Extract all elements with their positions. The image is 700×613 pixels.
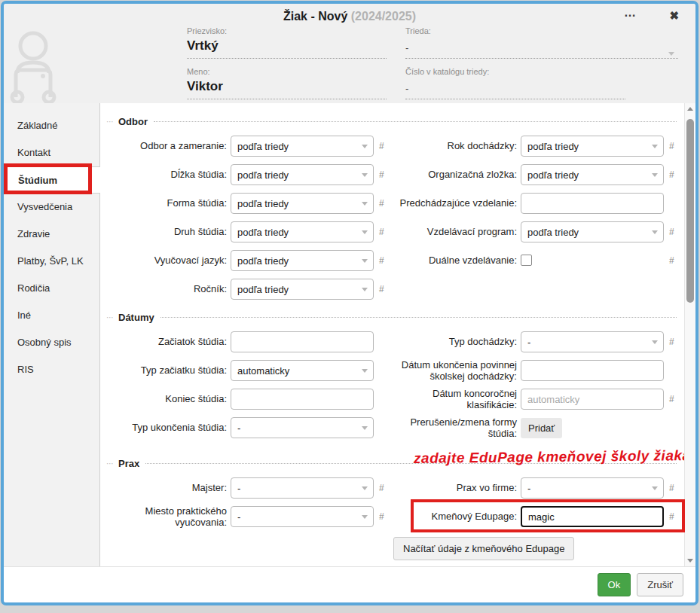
kmenovy-edupage-input[interactable] [521, 506, 664, 527]
vyucovaci-jazyk-label: Vyučovací jazyk: [100, 255, 227, 266]
katalog-cislo-input[interactable]: - [405, 83, 625, 96]
datum-koncorocnej-input[interactable] [521, 389, 664, 410]
select-value: podľa triedy [237, 141, 289, 152]
sidebar-item-platby-svp-lk[interactable]: Platby, ŠvP, LK [4, 248, 99, 275]
section-divider [154, 121, 677, 122]
section-header-datumy: ⋯ Dátumy [106, 310, 677, 325]
dlzka-studia-select[interactable]: podľa triedy [231, 164, 374, 185]
scroll-up-icon[interactable] [687, 107, 693, 111]
meno-input[interactable]: Viktor [187, 79, 387, 96]
form-row: Typ ukončenia štúdia: - Prerušenie/zmena… [100, 413, 684, 442]
hash-icon[interactable]: # [379, 511, 384, 522]
sidebar-item-osobny-spis[interactable]: Osobný spis [4, 329, 99, 356]
form-row: Ročník: podľa triedy # [100, 275, 684, 303]
chevron-down-icon [362, 426, 368, 430]
section-divider [160, 317, 677, 318]
sidebar-item-studium[interactable]: Štúdium [4, 166, 100, 194]
sidebar-item-zakladne[interactable]: Základné [4, 112, 99, 139]
dialog-footer: Ok Zrušiť [4, 566, 695, 602]
school-year: (2024/2025) [351, 10, 416, 23]
vyucovaci-jazyk-select[interactable]: podľa triedy [231, 250, 374, 271]
sidebar-item-zdravie[interactable]: Zdravie [4, 221, 99, 248]
typ-ukoncenia-studia-select[interactable]: - [231, 417, 374, 438]
student-dialog: Žiak - Nový (2024/2025) … ✖ Priezvisko: … [1, 1, 698, 605]
sidebar-item-ris[interactable]: RIS [4, 356, 99, 383]
druh-studia-select[interactable]: podľa triedy [231, 221, 374, 242]
chevron-down-icon [652, 173, 658, 177]
hash-icon[interactable]: # [379, 255, 384, 266]
hash-icon[interactable]: # [669, 169, 674, 180]
sidebar-item-vysvedcenia[interactable]: Vysvedčenia [4, 194, 99, 221]
hash-icon[interactable]: # [379, 198, 384, 209]
majster-select[interactable]: - [231, 477, 374, 499]
trieda-select[interactable]: - [405, 42, 678, 55]
chevron-down-icon [652, 340, 658, 344]
load-kmenovy-edupage-button[interactable]: Načítať údaje z kmeňového Edupage [393, 537, 574, 560]
organizacna-zlozka-select[interactable]: podľa triedy [521, 164, 664, 185]
hash-icon[interactable]: # [669, 483, 674, 493]
form-row: Miesto praktického vyučovania: - # Kmeňo… [100, 502, 684, 531]
pridat-button[interactable]: Pridať [521, 418, 562, 438]
trieda-underline [405, 58, 678, 59]
dualne-vzdelavanie-checkbox[interactable] [521, 255, 532, 266]
priezvisko-field: Priezvisko: Vrtký [187, 26, 387, 59]
section-title: Prax [118, 458, 139, 469]
typ-dochadzky-label: Typ dochádzky: [390, 336, 517, 347]
scroll-down-icon[interactable] [687, 559, 693, 563]
prax-vo-firme-select[interactable]: - [521, 477, 664, 499]
rok-dochadzky-label: Rok dochádzky: [390, 140, 517, 151]
form-row: Druh štúdia: podľa triedy # Vzdelávací p… [100, 218, 684, 246]
hash-icon[interactable]: # [379, 141, 384, 151]
cancel-button[interactable]: Zrušiť [637, 573, 683, 596]
hash-icon[interactable]: # [379, 227, 384, 237]
hash-icon[interactable]: # [669, 255, 674, 266]
meno-label: Meno: [187, 67, 387, 76]
sidebar-item-kontakt[interactable]: Kontakt [4, 139, 99, 166]
scrollbar-thumb[interactable] [686, 119, 694, 303]
hash-icon[interactable]: # [669, 141, 674, 151]
hash-icon[interactable]: # [669, 227, 674, 237]
miesto-praktickeho-select[interactable]: - [231, 506, 374, 527]
hash-icon[interactable]: # [379, 483, 384, 493]
form-row: Dĺžka štúdia: podľa triedy # Organizačná… [100, 160, 684, 189]
rok-dochadzky-select[interactable]: podľa triedy [521, 136, 664, 157]
vzdelavaci-program-select[interactable]: podľa triedy [521, 221, 664, 242]
close-icon[interactable]: ✖ [669, 9, 679, 23]
forma-studia-select[interactable]: podľa triedy [231, 193, 374, 214]
chevron-down-icon [362, 202, 368, 206]
more-options-icon[interactable]: … [624, 6, 637, 20]
priezvisko-input[interactable]: Vrtký [187, 38, 387, 55]
hash-icon[interactable]: # [379, 169, 384, 180]
hash-icon[interactable]: # [379, 284, 384, 294]
dlzka-studia-label: Dĺžka štúdia: [100, 169, 227, 180]
odbor-a-zameranie-select[interactable]: podľa triedy [231, 136, 374, 157]
sidebar-item-ine[interactable]: Iné [4, 302, 99, 329]
trieda-label: Trieda: [405, 26, 678, 35]
form-row: Koniec štúdia: Dátum koncoročnej klasifi… [100, 385, 684, 413]
student-photo-placeholder-icon[interactable] [10, 29, 57, 106]
dualne-vzdelavanie-label: Duálne vzdelávanie: [390, 255, 517, 266]
sidebar-item-rodicia[interactable]: Rodičia [4, 275, 99, 302]
select-value: - [237, 511, 240, 523]
vertical-scrollbar[interactable] [684, 103, 695, 566]
katalog-cislo-field: Číslo v katalógu triedy: - [405, 67, 625, 99]
datum-ukoncenia-povinnej-input[interactable] [521, 360, 664, 381]
katalog-cislo-underline [405, 99, 625, 99]
predchadzajuce-vzdelanie-input[interactable] [521, 193, 664, 214]
select-value: - [527, 483, 530, 494]
chevron-down-icon [362, 288, 368, 291]
hash-icon[interactable]: # [669, 337, 674, 347]
hash-icon[interactable]: # [669, 394, 674, 404]
typ-dochadzky-select[interactable]: - [521, 331, 664, 352]
predchadzajuce-vzdelanie-label: Predchádzajúce vzdelanie: [390, 197, 517, 209]
dialog-body: Základné Kontakt Štúdium Vysvedčenia Zdr… [4, 103, 695, 566]
chevron-down-icon [362, 145, 368, 148]
studium-tab-content: ⋯ Odbor Odbor a zameranie: podľa triedy … [100, 103, 684, 566]
koniec-studia-input[interactable] [231, 389, 374, 410]
section-title: Odbor [118, 116, 148, 127]
ok-button[interactable]: Ok [598, 573, 631, 596]
zaciatok-studia-input[interactable] [231, 331, 374, 352]
rocnik-select[interactable]: podľa triedy [231, 279, 374, 300]
typ-zaciatku-studia-select[interactable]: automaticky [231, 360, 374, 381]
hash-icon[interactable]: # [669, 511, 674, 522]
